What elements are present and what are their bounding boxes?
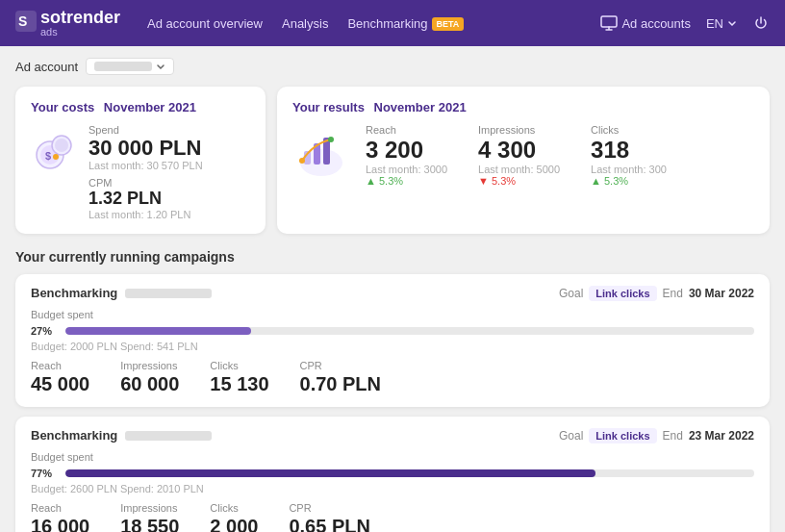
logo[interactable]: S sotrender ads [15,9,120,38]
progress-bar-bg-2 [65,469,754,477]
logo-icon: S [15,11,37,32]
nav-ad-account-overview[interactable]: Ad account overview [147,16,263,31]
coin-icon: $ [31,128,77,174]
svg-point-14 [328,137,334,142]
results-content: Reach 3 200 Last month: 3000 5.3% Impres… [292,124,754,187]
budget-detail-1: Budget: 2000 PLN Spend: 541 PLN [31,341,754,352]
svg-text:S: S [18,13,27,29]
results-metrics: Reach 3 200 Last month: 3000 5.3% Impres… [366,124,754,187]
costs-card: Your costs November 2021 $ Spend 30 000 … [15,87,266,234]
campaigns-section: Your currently running campaigns Benchma… [15,249,770,532]
stat-impressions-2: Impressions 18 550 [120,502,179,532]
stat-impressions-1: Impressions 60 000 [120,360,179,395]
reach-metric: Reach 3 200 Last month: 3000 5.3% [366,124,447,187]
results-card-title: Your results November 2021 [292,100,754,114]
campaign-name-blur-1 [125,289,212,298]
monitor-icon [600,14,618,32]
cpm-label: CPM [89,177,203,189]
nav-benchmarking[interactable]: BenchmarkingBETA [347,16,464,31]
svg-text:$: $ [45,150,51,162]
results-card: Your results November 2021 Reach [277,87,770,234]
nav-power[interactable] [752,14,770,32]
cpm-metric: CPM 1.32 PLN Last month: 1.20 PLN [89,177,203,220]
logo-text: sotrender [40,9,120,26]
goal-label-1: Goal [559,287,583,300]
costs-metrics: Spend 30 000 PLN Last month: 30 570 PLN … [89,124,203,220]
spend-last: Last month: 30 570 PLN [89,160,203,171]
svg-point-13 [299,158,305,164]
power-icon [752,14,770,32]
end-label-1: End [663,287,683,300]
ad-account-row: Ad account [15,58,770,75]
main-content: Ad account Your costs November 2021 $ [0,46,785,532]
stat-cpr-2: CPR 0.65 PLN [289,502,369,532]
campaign-card-1: Benchmarking Goal Link clicks End 30 Mar… [15,274,770,407]
impressions-metric: Impressions 4 300 Last month: 5000 5.3% [478,124,560,187]
end-value-1: 30 Mar 2022 [689,287,754,300]
ad-account-label: Ad account [15,60,78,74]
campaign-header-2: Benchmarking Goal Link clicks End 23 Mar… [31,428,754,443]
stat-cpr-1: CPR 0.70 PLN [300,360,381,395]
costs-content: $ Spend 30 000 PLN Last month: 30 570 PL… [31,124,250,220]
progress-row-2: 77% [31,468,754,479]
budget-row-2: Budget spent [31,451,754,464]
results-period: November 2021 [374,100,467,114]
spend-label: Spend [89,124,203,136]
campaign-name-label-1: Benchmarking [31,286,117,300]
end-label-2: End [663,429,683,443]
goal-label-2: Goal [559,429,583,443]
goal-value-2: Link clicks [589,428,656,443]
logo-sub: ads [40,26,120,38]
clicks-metric: Clicks 318 Last month: 300 5.3% [591,124,667,187]
campaign-name-row-2: Benchmarking [31,428,212,443]
stat-reach-2: Reach 16 000 [31,502,89,532]
progress-row-1: 27% [31,325,754,337]
ad-account-placeholder [94,62,152,71]
cards-row: Your costs November 2021 $ Spend 30 000 … [15,87,770,234]
nav-ad-accounts[interactable]: Ad accounts [600,14,691,32]
stat-clicks-1: Clicks 15 130 [210,360,268,395]
campaign-header-1: Benchmarking Goal Link clicks End 30 Mar… [31,286,754,301]
spend-metric: Spend 30 000 PLN Last month: 30 570 PLN [89,124,203,171]
chevron-down-icon [727,18,737,28]
campaign-name-blur-2 [125,431,212,441]
stat-clicks-2: Clicks 2 000 [210,502,258,532]
budget-row-1: Budget spent [31,309,754,321]
ad-account-select[interactable] [86,58,174,75]
progress-bar-fill-2 [65,469,595,477]
campaign-stats-2: Reach 16 000 Impressions 18 550 Clicks 2… [31,502,754,532]
cpm-value: 1.32 PLN [89,190,203,209]
chart-icon [292,124,350,182]
nav-right: Ad accounts EN [600,14,770,32]
campaign-name-row-1: Benchmarking [31,286,212,300]
goal-value-1: Link clicks [589,286,656,301]
navbar: S sotrender ads Ad account overview Anal… [0,0,785,46]
stat-reach-1: Reach 45 000 [31,360,89,395]
beta-badge: BETA [432,17,465,31]
campaign-meta-1: Goal Link clicks End 30 Mar 2022 [559,286,754,301]
spend-value: 30 000 PLN [89,137,203,160]
end-value-2: 23 Mar 2022 [689,429,754,443]
svg-rect-2 [601,16,617,27]
campaign-meta-2: Goal Link clicks End 23 Mar 2022 [559,428,754,443]
nav-analysis[interactable]: Analysis [282,16,328,31]
budget-pct-2: 77% [31,468,58,479]
progress-bar-bg-1 [65,327,754,335]
svg-point-7 [55,139,68,152]
budget-detail-2: Budget: 2600 PLN Spend: 2010 PLN [31,483,754,494]
nav-language[interactable]: EN [706,16,737,31]
cpm-last: Last month: 1.20 PLN [89,209,203,220]
campaign-stats-1: Reach 45 000 Impressions 60 000 Clicks 1… [31,360,754,395]
campaigns-section-title: Your currently running campaigns [15,249,770,265]
select-chevron-icon [156,62,165,71]
campaign-card-2: Benchmarking Goal Link clicks End 23 Mar… [15,417,770,532]
svg-point-8 [53,154,59,160]
costs-card-title: Your costs November 2021 [31,100,250,114]
campaign-name-label-2: Benchmarking [31,428,117,443]
budget-pct-1: 27% [31,325,58,337]
progress-bar-fill-1 [65,327,251,335]
costs-period: November 2021 [104,100,196,114]
